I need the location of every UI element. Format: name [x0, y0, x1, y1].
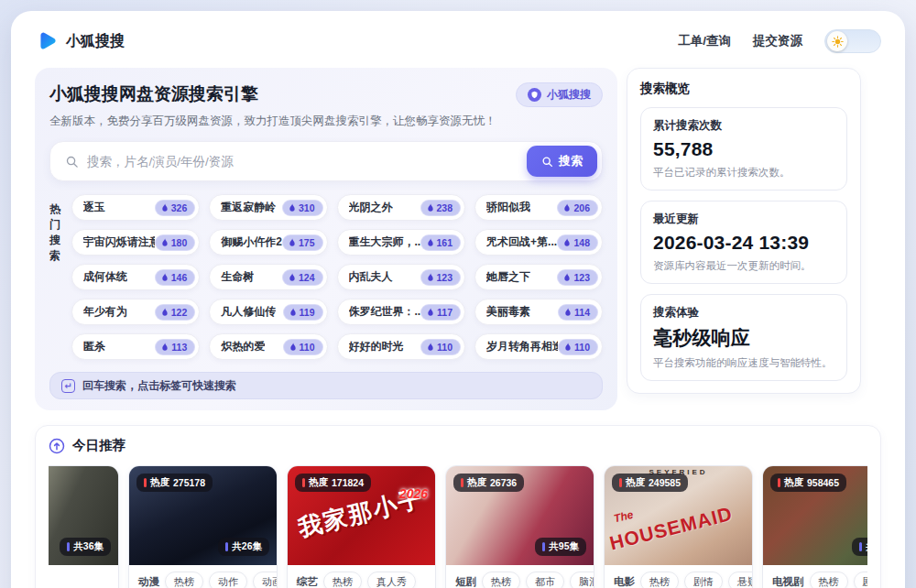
- recommend-card[interactable]: 热度 26736 共95集 短剧 热榜 都市 脑洞: [445, 465, 594, 588]
- hot-tag[interactable]: 宇宙闪烁请注意180: [71, 229, 201, 256]
- recommend-card[interactable]: 热度 958465 共40集 电视剧 热榜 剧情: [762, 465, 867, 588]
- recommend-header: 今日推荐: [49, 437, 867, 454]
- hot-tag[interactable]: 侏罗纪世界：...117: [337, 299, 466, 325]
- flame-icon: [289, 203, 296, 212]
- flame-icon: [563, 273, 571, 282]
- shield-icon: [528, 88, 541, 102]
- hot-tag[interactable]: 骄阳似我206: [474, 194, 603, 221]
- heat-count-badge: 238: [420, 200, 462, 216]
- poster-prefix-text: The: [613, 508, 635, 526]
- brand-logo[interactable]: 小狐搜搜: [35, 30, 125, 53]
- flame-icon: [564, 343, 572, 352]
- hot-tag[interactable]: 重生大宗师，...161: [337, 229, 466, 256]
- heat-badge: 热度 171824: [295, 474, 371, 492]
- carousel-viewport: 共36集 剧情 爱情 热度 275178: [49, 465, 867, 588]
- nav-submit-link[interactable]: 提交资源: [753, 33, 802, 49]
- episodes-badge: 共40集: [852, 538, 867, 556]
- poster-image: 热度 26736 共95集: [446, 466, 594, 565]
- nav-tickets-link[interactable]: 工单/查询: [678, 33, 731, 49]
- poster-image: 共36集: [49, 466, 118, 565]
- hot-tag[interactable]: 岁月转角再相逢110: [474, 333, 603, 360]
- flame-icon: [427, 273, 434, 282]
- flame-icon: [427, 238, 434, 247]
- search-button[interactable]: 搜索: [527, 146, 597, 177]
- heat-count-badge: 117: [420, 304, 461, 321]
- heat-count-badge: 113: [155, 339, 195, 355]
- hot-tag[interactable]: 年少有为122: [71, 299, 201, 325]
- header-nav: 工单/查询 提交资源: [678, 29, 881, 53]
- recommend-section: 今日推荐 共36集 剧情 爱情: [35, 425, 881, 588]
- stat-card-total-searches: 累计搜索次数 55,788 平台已记录的累计搜索次数。: [640, 107, 847, 191]
- hot-tag[interactable]: 凡人修仙传119: [209, 299, 327, 325]
- hot-tag[interactable]: 内乱夫人123: [337, 264, 466, 290]
- heat-count-badge: 114: [558, 304, 598, 321]
- tag-pill: 动画: [253, 572, 278, 588]
- hot-tag[interactable]: 光阴之外238: [337, 194, 466, 221]
- flame-icon: [427, 343, 434, 352]
- episodes-badge: 共26集: [218, 538, 269, 556]
- heat-count-badge: 110: [420, 339, 461, 355]
- card-tags-row: 电影 热榜 剧情 悬疑: [605, 565, 752, 588]
- stat-value: 55,788: [653, 138, 834, 160]
- play-logo-icon: [35, 30, 58, 53]
- tag-pill: 热榜: [810, 572, 848, 588]
- tag-pill: 都市: [526, 572, 564, 588]
- flame-icon: [289, 343, 297, 352]
- heat-count-badge: 123: [420, 269, 462, 286]
- episodes-badge: 共36集: [60, 538, 111, 556]
- hot-tag[interactable]: 成何体统146: [71, 264, 201, 290]
- theme-toggle[interactable]: [824, 29, 881, 53]
- card-tags-row: 剧情 爱情: [49, 565, 118, 588]
- heat-count-badge: 110: [283, 339, 323, 355]
- compass-icon: [49, 438, 65, 454]
- header: 小狐搜搜 工单/查询 提交资源: [35, 20, 881, 62]
- heat-count-badge: 124: [282, 269, 323, 286]
- badge-label: 小狐搜搜: [547, 87, 591, 103]
- flame-icon: [427, 203, 434, 212]
- recommend-card[interactable]: SEYFRIED The HOUSEMAID 热度 249585 电影 热榜 剧…: [604, 465, 753, 588]
- flame-icon: [289, 238, 296, 247]
- hot-tag[interactable]: 她唇之下123: [474, 264, 603, 290]
- poster-image: 我家那小子 2026 热度 171824: [288, 466, 435, 565]
- recommend-card[interactable]: 我家那小子 2026 热度 171824 综艺 热榜 真人秀: [287, 465, 436, 588]
- hot-tag[interactable]: 重返寂静岭310: [209, 194, 327, 221]
- tag-pill: 剧情: [854, 572, 868, 588]
- poster-image: SEYFRIED The HOUSEMAID 热度 249585: [605, 466, 752, 565]
- heat-count-badge: 123: [557, 269, 598, 286]
- hot-tag[interactable]: 御赐小仵作2175: [209, 229, 327, 256]
- hot-tag[interactable]: 逐玉326: [71, 194, 201, 221]
- search-hint-bar: ↵ 回车搜索，点击标签可快速搜索: [49, 372, 603, 399]
- hot-tags-grid: 逐玉326 重返寂静岭310 光阴之外238 骄阳似我206 宇宙闪烁请注意18…: [71, 194, 603, 360]
- recommend-card[interactable]: 热度 275178 共26集 动漫 热榜 动作 动画: [128, 465, 278, 588]
- recommend-card[interactable]: 共36集 剧情 爱情: [49, 465, 119, 588]
- heat-count-badge: 326: [155, 200, 196, 216]
- overview-sidebar: 搜索概览 累计搜索次数 55,788 平台已记录的累计搜索次数。 最近更新 20…: [627, 68, 861, 394]
- flame-icon: [161, 273, 169, 282]
- card-tags-row: 综艺 热榜 真人秀: [288, 565, 435, 588]
- heat-badge: 热度 26736: [453, 474, 524, 492]
- poster-image: 热度 958465 共40集: [763, 466, 867, 565]
- hot-tag[interactable]: 炽热的爱110: [209, 333, 327, 360]
- flame-icon: [289, 273, 296, 282]
- heat-count-badge: 146: [155, 269, 196, 286]
- search-button-label: 搜索: [559, 153, 583, 169]
- search-input[interactable]: [87, 155, 527, 169]
- heat-badge: 热度 249585: [612, 474, 688, 492]
- stat-value: 毫秒级响应: [653, 325, 834, 351]
- overview-title: 搜索概览: [640, 81, 847, 97]
- hot-tag[interactable]: 美丽毒素114: [474, 299, 603, 325]
- heat-count-badge: 119: [283, 304, 323, 321]
- search-bar: 搜索: [49, 141, 603, 181]
- stat-card-last-update: 最近更新 2026-03-24 13:39 资源库内容最近一次更新的时间。: [640, 201, 847, 284]
- category-label: 动漫: [138, 575, 159, 588]
- hot-tag[interactable]: 好好的时光110: [337, 333, 466, 360]
- brand-verified-badge: 小狐搜搜: [516, 82, 603, 107]
- flame-icon: [563, 203, 571, 212]
- card-tags-row: 短剧 热榜 都市 脑洞: [446, 565, 594, 588]
- search-button-icon: [541, 156, 553, 168]
- heat-count-badge: 206: [557, 200, 598, 216]
- hot-tag[interactable]: 咒术回战+第...148: [474, 229, 603, 256]
- heat-count-badge: 180: [155, 234, 196, 251]
- hot-tag[interactable]: 生命树124: [209, 264, 327, 290]
- hot-tag[interactable]: 匿杀113: [71, 333, 201, 360]
